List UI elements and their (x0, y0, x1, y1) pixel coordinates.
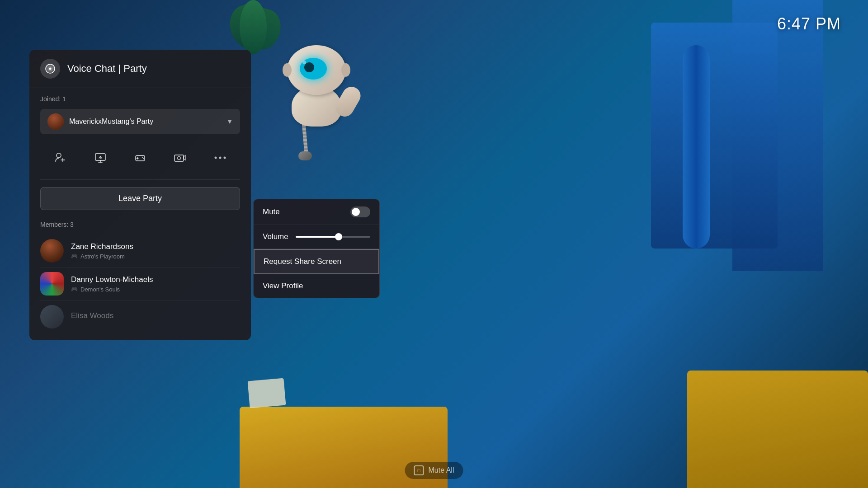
panel-icon (40, 59, 60, 79)
member-name: Danny Lowton-Michaels (71, 275, 240, 284)
member-item[interactable]: Danny Lowton-Michaels 🎮 Demon's Souls (40, 267, 240, 300)
volume-label: Volume (263, 232, 288, 241)
svg-point-18 (214, 157, 217, 159)
member-info: Elisa Woods (71, 311, 240, 322)
leave-party-button[interactable]: Leave Party (40, 187, 240, 210)
members-label: Members: 3 (40, 221, 240, 228)
bg-pipe (683, 45, 710, 249)
svg-point-19 (219, 157, 221, 159)
member-avatar (40, 305, 64, 328)
game-name: Demon's Souls (80, 286, 120, 293)
voice-chat-panel: Voice Chat | Party Joined: 1 MaverickxMu… (29, 50, 251, 340)
leave-party-label: Leave Party (118, 194, 162, 203)
toggle-knob (352, 208, 360, 216)
member-game: 🎮 Astro's Playroom (71, 253, 240, 260)
panel-body: Joined: 1 MaverickxMustang's Party ▼ (29, 88, 251, 340)
volume-thumb (335, 233, 342, 240)
svg-rect-15 (175, 155, 184, 161)
member-avatar (40, 272, 64, 296)
volume-track (296, 236, 370, 238)
svg-point-17 (178, 157, 181, 160)
svg-point-2 (49, 68, 52, 70)
volume-slider[interactable] (296, 236, 370, 238)
camera-button[interactable] (167, 145, 193, 170)
volume-menu-item[interactable]: Volume (254, 225, 379, 249)
mute-toggle[interactable] (350, 206, 370, 217)
bottom-bar: □ Mute All (405, 462, 463, 479)
svg-point-20 (223, 157, 226, 159)
clock-display: 6:47 PM (777, 14, 841, 33)
request-share-screen-item[interactable]: Request Share Screen (254, 249, 379, 274)
bg-platform-2 (687, 371, 868, 488)
square-button-icon: □ (414, 465, 424, 475)
context-menu: Mute Volume Request Share Screen View Pr… (253, 199, 380, 298)
controller-icon: 🎮 (71, 253, 78, 259)
member-item[interactable]: Elisa Woods (40, 300, 240, 333)
add-friend-button[interactable] (47, 145, 73, 170)
square-icon-symbol: □ (418, 468, 420, 473)
mute-label: Mute (263, 207, 280, 216)
member-avatar (40, 239, 64, 263)
share-screen-button[interactable] (88, 145, 113, 170)
panel-header: Voice Chat | Party (29, 50, 251, 88)
game-name: Astro's Playroom (80, 253, 125, 260)
robot-character (271, 27, 362, 163)
mute-all-label: Mute All (429, 466, 454, 474)
party-selector-left: MaverickxMustang's Party (47, 113, 153, 130)
mute-menu-item[interactable]: Mute (254, 199, 379, 225)
svg-point-11 (142, 157, 143, 158)
member-info: Zane Richardsons 🎮 Astro's Playroom (71, 242, 240, 260)
volume-fill (296, 236, 337, 238)
bg-structure-1 (651, 23, 778, 249)
view-profile-label: View Profile (263, 282, 303, 291)
member-game: 🎮 Demon's Souls (71, 286, 240, 293)
member-name: Elisa Woods (71, 311, 240, 320)
more-button[interactable] (208, 145, 233, 170)
view-profile-item[interactable]: View Profile (254, 274, 379, 298)
member-info: Danny Lowton-Michaels 🎮 Demon's Souls (71, 275, 240, 293)
controller-icon: 🎮 (71, 286, 78, 292)
request-share-screen-label: Request Share Screen (264, 257, 341, 266)
action-buttons-row (40, 143, 240, 180)
chevron-down-icon: ▼ (226, 118, 233, 125)
svg-point-12 (143, 158, 144, 159)
svg-point-3 (57, 153, 61, 158)
member-item[interactable]: Zane Richardsons 🎮 Astro's Playroom (40, 235, 240, 267)
member-name: Zane Richardsons (71, 242, 240, 251)
party-selector[interactable]: MaverickxMustang's Party ▼ (40, 109, 240, 134)
panel-title: Voice Chat | Party (67, 63, 147, 75)
party-avatar (47, 113, 64, 130)
joined-label: Joined: 1 (40, 95, 240, 103)
game-button[interactable] (127, 145, 153, 170)
party-name: MaverickxMustang's Party (69, 117, 153, 126)
